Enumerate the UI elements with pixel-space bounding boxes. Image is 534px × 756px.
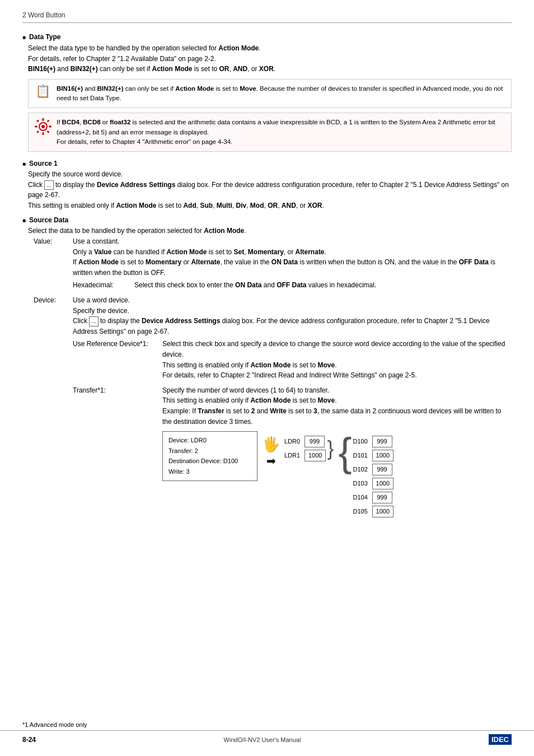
d-row-3: D103 1000 — [353, 478, 394, 489]
source-data-section: Source Data Select the data to be handle… — [22, 216, 512, 523]
ldr-row-1: LDR1 1000 — [284, 450, 326, 461]
use-ref-label: Use Reference Device*1: — [73, 339, 162, 380]
svg-rect-9 — [47, 130, 50, 133]
hand-icon: 🖐 — [262, 437, 280, 451]
value-content: Use a constant. Only a Value can be hand… — [73, 236, 512, 278]
use-ref-line2: This setting is enabled only if Action M… — [162, 360, 512, 371]
d101-value: 1000 — [372, 450, 394, 461]
footer-brand: IDEC — [489, 734, 512, 745]
d103-label: D103 — [353, 479, 370, 488]
diag-line4: Write: 3 — [168, 466, 251, 477]
data-type-line2: For details, refer to Chapter 2 "1.2 Ava… — [28, 54, 512, 64]
transfer-line1: Specify the number of word devices (1 to… — [162, 385, 512, 396]
ldr1-label: LDR1 — [284, 451, 302, 460]
value-line2: Only a Value can be handled if Action Mo… — [73, 247, 512, 258]
note-text-1: BIN16(+) and BIN32(+) can only be set if… — [57, 84, 505, 104]
d103-value: 1000 — [372, 478, 394, 489]
svg-rect-3 — [43, 132, 44, 135]
d-row-4: D104 999 — [353, 492, 394, 503]
source1-body: Specify the source word device. Click ..… — [28, 169, 512, 211]
arrow-right-icon: ➡ — [266, 452, 276, 470]
svg-rect-2 — [43, 118, 44, 121]
note2-line2: For details, refer to Chapter 4 "Arithme… — [57, 137, 505, 147]
device-row: Device: Use a word device. Specify the d… — [34, 295, 512, 337]
ldr0-value: 999 — [305, 436, 325, 447]
diagram-arrow-area: 🖐 ➡ — [262, 437, 280, 470]
transfer-line2: This setting is enabled only if Action M… — [162, 395, 512, 406]
header-text: 2 Word Button — [22, 11, 65, 19]
d-rows: D100 999 D101 1000 D102 — [353, 436, 394, 517]
d-row-1: D101 1000 — [353, 450, 394, 461]
source1-title: Source 1 — [22, 160, 512, 167]
ldr1-value: 1000 — [305, 450, 326, 461]
diag-line3: Destination Device: D100 — [168, 456, 251, 466]
d101-label: D101 — [353, 451, 370, 460]
data-type-line3: BIN16(+) and BIN32(+) can only be set if… — [28, 64, 512, 74]
svg-point-1 — [41, 125, 45, 128]
diag-line1: Device: LDR0 — [168, 435, 251, 446]
d105-label: D105 — [353, 507, 370, 516]
note2-line1: If BCD4, BCD8 or float32 is selected and… — [57, 118, 505, 137]
diag-line2: Transfer: 2 — [168, 446, 251, 456]
transfer-content: Specify the number of word devices (1 to… — [162, 385, 512, 524]
svg-rect-6 — [36, 120, 39, 123]
note-box-2: If BCD4, BCD8 or float32 is selected and… — [28, 113, 512, 152]
source1-section: Source 1 Specify the source word device.… — [22, 160, 512, 211]
source-data-body: Select the data to be handled by the ope… — [28, 226, 512, 523]
value-line3: If Action Mode is set to Momentary or Al… — [73, 257, 512, 278]
transfer-line3: Example: If Transfer is set to 2 and Wri… — [162, 406, 512, 427]
d-row-5: D105 1000 — [353, 506, 394, 517]
idec-logo: IDEC — [489, 734, 512, 745]
source1-click-btn[interactable]: ... — [44, 180, 53, 190]
device-content: Use a word device. Specify the device. C… — [73, 295, 512, 337]
ldr-rows: LDR0 999 LDR1 1000 — [284, 436, 326, 461]
hex-label: Hexadecimal: — [73, 280, 134, 291]
data-type-body: Select the data type to be handled by th… — [28, 43, 512, 152]
svg-rect-4 — [35, 126, 38, 128]
source1-line1: Specify the source word device. — [28, 169, 512, 180]
d-row-0: D100 999 — [353, 436, 394, 447]
value-row: Value: Use a constant. Only a Value can … — [34, 236, 512, 278]
footnote: *1 Advanced mode only — [22, 721, 87, 728]
note-icon-2 — [34, 118, 51, 138]
source-data-title: Source Data — [22, 216, 512, 224]
transfer-row: Transfer*1: Specify the number of word d… — [73, 385, 512, 524]
d100-label: D100 — [353, 437, 370, 446]
d-brace-left: { — [339, 433, 352, 470]
use-ref-line1: Select this check box and specify a devi… — [162, 339, 512, 360]
d105-value: 1000 — [372, 506, 394, 517]
value-table: Value: Use a constant. Only a Value can … — [34, 236, 512, 523]
d104-label: D104 — [353, 493, 370, 502]
value-label: Value: — [34, 236, 73, 278]
transfer-diagram: Device: LDR0 Transfer: 2 Destination Dev… — [162, 431, 512, 517]
device-click-btn[interactable]: ... — [89, 316, 98, 326]
d100-value: 999 — [372, 436, 392, 447]
source1-line2: Click ... to display the Device Address … — [28, 180, 512, 200]
device-label: Device: — [34, 295, 73, 337]
footer-title: WindO/I-NV2 User's Manual — [224, 736, 301, 743]
source-data-line1: Select the data to be handled by the ope… — [28, 226, 512, 236]
use-ref-line3: For details, refer to Chapter 2 "Indirec… — [162, 370, 512, 381]
ldr0-label: LDR0 — [284, 437, 302, 446]
ldr-section: LDR0 999 LDR1 1000 } — [284, 436, 334, 461]
hex-content: Select this check box to enter the ON Da… — [134, 280, 376, 291]
diagram-left-box: Device: LDR0 Transfer: 2 Destination Dev… — [162, 431, 257, 481]
note-text-2: If BCD4, BCD8 or float32 is selected and… — [57, 118, 505, 147]
value-line1: Use a constant. — [73, 236, 512, 247]
data-type-section: Data Type Select the data type to be han… — [22, 33, 512, 152]
note-box-1: 📋 BIN16(+) and BIN32(+) can only be set … — [28, 79, 512, 109]
ldr-brace-right: } — [327, 438, 334, 459]
device-line2: Specify the device. — [73, 306, 512, 316]
page-footer: 8-24 WindO/I-NV2 User's Manual IDEC — [0, 730, 534, 745]
use-ref-content: Select this check box and specify a devi… — [162, 339, 512, 380]
d102-label: D102 — [353, 465, 370, 474]
svg-rect-7 — [47, 120, 50, 123]
data-type-title: Data Type — [22, 33, 512, 41]
transfer-label: Transfer*1: — [73, 385, 162, 524]
device-line3: Click ... to display the Device Address … — [73, 316, 512, 337]
svg-rect-8 — [36, 130, 39, 133]
d-section: { D100 999 D101 1000 — [339, 433, 394, 517]
data-type-line1: Select the data type to be handled by th… — [28, 43, 512, 54]
use-ref-row: Use Reference Device*1: Select this chec… — [73, 339, 512, 380]
page-container: 2 Word Button Data Type Select the data … — [0, 0, 534, 562]
